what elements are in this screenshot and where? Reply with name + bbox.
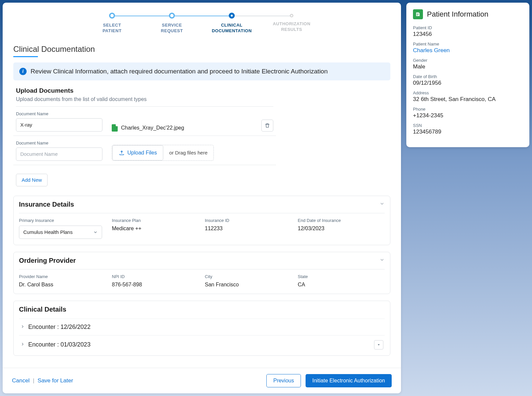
progress-stepper: SELECT PATIENT SERVICE REQUEST CLINICAL … [3,3,401,39]
encounter-label: Encounter : 01/03/2023 [28,341,90,348]
main-panel: SELECT PATIENT SERVICE REQUEST CLINICAL … [3,3,401,393]
provider-city-label: City [205,274,292,279]
collapse-toggle[interactable] [379,201,385,208]
svg-rect-1 [417,14,419,15]
encounter-menu-button[interactable] [374,340,383,349]
step-label: AUTHORIZATION RESULTS [262,21,322,33]
upload-subheading: Upload documents from the list of valid … [16,96,273,102]
patient-panel-title: Patient Information [427,10,488,19]
insurance-card-title: Insurance Details [19,201,74,208]
initiate-authorization-button[interactable]: Initiate Electronic Authorization [306,374,392,387]
footer-bar: Cancel | Save for Later Previous Initiat… [3,368,401,393]
file-upload-dropzone[interactable]: Upload Files or Drag files here [112,145,214,161]
insurance-id-value: 112233 [205,226,292,232]
step-dot-icon [290,14,293,17]
insurance-details-card: Insurance Details Primary Insurance Cumu… [13,196,390,245]
info-banner-text: Review Clinical Information, attach requ… [31,68,328,75]
previous-button[interactable]: Previous [266,374,301,387]
patient-gender-value: Male [413,63,523,70]
provider-name-value: Dr. Carol Bass [19,282,106,288]
provider-state-label: State [298,274,385,279]
document-name-input[interactable] [16,118,102,132]
insurance-end-date-label: End Date of Insurance [298,218,385,223]
patient-id-label: Patient ID [413,25,523,30]
svg-rect-2 [417,15,418,15]
divider [19,213,385,213]
clinical-details-title: Clinical Details [19,306,66,313]
add-new-button[interactable]: Add New [16,174,48,186]
provider-name-label: Provider Name [19,274,106,279]
step-label: SELECT PATIENT [82,23,142,34]
ordering-provider-card: Ordering Provider Provider Name Dr. Caro… [13,252,390,294]
provider-city-value: San Francisco [205,282,292,288]
patient-phone-value: +1234-2345 [413,112,523,119]
page-title: Clinical Documentation [13,45,390,56]
step-dot-icon [169,13,175,19]
collapse-toggle[interactable] [379,257,385,264]
primary-insurance-select[interactable]: Cumulus Health Plans [19,226,102,239]
patient-ssn-value: 123456789 [413,129,523,135]
document-name-input[interactable] [16,148,102,161]
chevron-down-icon [379,257,385,262]
upload-heading: Upload Documents [16,87,273,94]
insurance-end-date-value: 12/03/2023 [298,226,385,232]
encounter-row[interactable]: Encounter : 12/26/2022 [19,319,385,335]
upload-icon [119,150,125,156]
step-connector [235,16,292,16]
divider [16,106,273,107]
encounter-row[interactable]: Encounter : 01/03/2023 [19,335,385,354]
primary-insurance-value: Cumulus Health Plans [23,229,72,235]
cancel-link[interactable]: Cancel [12,377,30,384]
svg-rect-0 [417,14,419,14]
file-icon [112,124,118,132]
patient-address-label: Address [413,90,523,95]
step-connector [175,16,232,16]
step-label: SERVICE REQUEST [142,23,202,34]
upload-files-button[interactable]: Upload Files [112,145,163,160]
chevron-down-icon [379,201,385,206]
patient-dob-value: 09/12/1956 [413,80,523,86]
patient-side-panel: Patient Information Patient ID123456 Pat… [406,3,529,393]
patient-phone-label: Phone [413,107,523,112]
uploaded-file-name: Charles_Xray_Dec'22.jpeg [121,125,184,131]
divider [19,269,385,269]
patient-gender-label: Gender [413,58,523,63]
chevron-right-icon [20,341,25,348]
upload-files-label: Upload Files [127,150,157,156]
patient-info-icon [413,9,423,19]
trash-icon [265,123,270,128]
document-name-label: Document Name [16,111,102,116]
save-for-later-link[interactable]: Save for Later [38,377,73,384]
patient-id-value: 123456 [413,31,523,38]
clinical-details-card: Clinical Details Encounter : 12/26/2022 … [13,301,390,356]
insurance-id-label: Insurance ID [205,218,292,223]
chevron-down-icon [93,230,98,235]
info-banner: i Review Clinical Information, attach re… [13,62,390,80]
caret-down-icon [377,343,380,346]
ordering-provider-title: Ordering Provider [19,257,76,264]
patient-dob-label: Date of Birth [413,74,523,79]
provider-state-value: CA [298,282,385,288]
step-dot-icon [229,13,235,19]
patient-name-label: Patient Name [413,42,523,47]
patient-name-link[interactable]: Charles Green [413,47,523,54]
document-name-label: Document Name [16,141,102,146]
encounter-label: Encounter : 12/26/2022 [28,324,90,331]
step-connector [115,16,172,16]
patient-ssn-label: SSN [413,123,523,128]
chevron-right-icon [20,324,25,331]
insurance-plan-value: Medicare ++ [112,226,199,232]
separator: | [33,378,34,384]
step-dot-icon [109,13,115,19]
drag-hint-text: or Drag files here [163,150,213,155]
step-label: CLINICAL DOCUMENTATION [202,23,262,34]
info-icon: i [19,68,27,75]
uploaded-file-chip: Charles_Xray_Dec'22.jpeg [112,124,184,132]
insurance-plan-label: Insurance Plan [112,218,199,223]
npi-id-label: NPI ID [112,274,199,279]
patient-address-value: 32 6th Street, San Francisco, CA [413,96,523,103]
npi-id-value: 876-567-898 [112,282,199,288]
primary-insurance-label: Primary Insurance [19,218,106,223]
delete-file-button[interactable] [261,120,273,132]
